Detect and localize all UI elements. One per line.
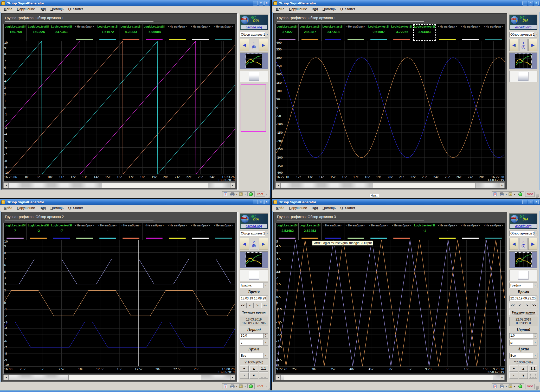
- printer-icon[interactable]: [230, 384, 235, 388]
- signal-cell[interactable]: LogicLev.testSi 7: [4, 223, 27, 240]
- step-far-forward-button[interactable]: >>: [531, 303, 538, 308]
- minimize-button[interactable]: –: [522, 1, 527, 5]
- menu-file[interactable]: Файл: [2, 6, 14, 11]
- chevron-down-icon[interactable]: ▼: [505, 386, 507, 387]
- prev-page-button[interactable]: ◄: [240, 39, 249, 51]
- spinner-down-icon[interactable]: ▼: [533, 336, 537, 338]
- chevron-down-icon[interactable]: ▼: [533, 340, 537, 345]
- signal-cell[interactable]: <Не выбран> -: [96, 223, 119, 240]
- chevron-down-icon[interactable]: ▼: [236, 386, 238, 387]
- chart-scrollbar[interactable]: ◄ ►: [275, 375, 505, 380]
- maximize-button[interactable]: □: [528, 200, 533, 204]
- scrollbar-track[interactable]: [9, 183, 230, 188]
- archive-group-select[interactable]: Обзор архивов 1 ▼: [509, 32, 537, 37]
- signal-cell[interactable]: LogicLev.testSi 1.61672: [96, 24, 119, 41]
- prev-page-button[interactable]: ◄: [509, 238, 518, 250]
- next-page-button[interactable]: ►: [259, 238, 268, 250]
- signal-cell[interactable]: <Не выбран> -: [119, 223, 143, 240]
- signal-cell[interactable]: LogicLev.testSi -1: [413, 223, 436, 240]
- signal-cell[interactable]: <Не выбран> -: [390, 223, 413, 240]
- step-far-back-button[interactable]: <<: [509, 303, 516, 308]
- menu-help[interactable]: Помощь: [320, 6, 338, 11]
- signal-cell[interactable]: <Не выбран> -: [189, 223, 212, 240]
- alarm-indicator-led[interactable]: [518, 384, 522, 388]
- chevron-down-icon[interactable]: ▼: [263, 340, 268, 345]
- prev-page-button[interactable]: ◄: [509, 39, 518, 51]
- menu-help[interactable]: Помощь: [320, 205, 338, 210]
- scrollbar-thumb[interactable]: [68, 375, 201, 380]
- chevron-down-icon[interactable]: ▼: [265, 32, 268, 37]
- trend-view-thumbnail[interactable]: [509, 53, 537, 69]
- user-badge[interactable]: root: [525, 192, 535, 197]
- archive-select[interactable]: Все ▼: [240, 353, 268, 358]
- view-mode-select[interactable]: График ▼: [509, 283, 537, 288]
- zoom-region-button[interactable]: [529, 373, 537, 379]
- alarm-indicator-led[interactable]: [249, 192, 253, 196]
- alarm-indicator-led[interactable]: [249, 384, 253, 388]
- close-button[interactable]: ×: [264, 1, 269, 5]
- scrollbar-thumb[interactable]: [284, 375, 493, 380]
- trend-chart[interactable]: 109876543210-1-2-3-4-5-6-7-8-9-108с9с10с…: [4, 41, 235, 181]
- signal-cell[interactable]: LogicLev.testSi -150.758: [4, 24, 27, 41]
- current-time-button[interactable]: Текущее время: [240, 310, 268, 315]
- next-page-button[interactable]: ►: [259, 39, 268, 51]
- document-icon[interactable]: [493, 384, 497, 388]
- menu-violation[interactable]: Нарушение: [15, 6, 37, 11]
- close-button[interactable]: ×: [534, 200, 539, 204]
- chevron-down-icon[interactable]: ▼: [533, 283, 537, 288]
- time-select[interactable]: 13.03.19 16:08:29 ▼: [240, 296, 268, 301]
- menu-help[interactable]: Помощь: [48, 205, 66, 210]
- menu-violation[interactable]: Нарушение: [287, 6, 309, 11]
- archive-group-select[interactable]: Обзор архивов 2 ▼: [240, 231, 268, 236]
- menu-violation[interactable]: Нарушение: [287, 205, 309, 210]
- document-icon[interactable]: [224, 384, 227, 388]
- shift-down-button[interactable]: ▼: [249, 373, 258, 379]
- step-forward-button[interactable]: >: [254, 303, 261, 308]
- trend-view-thumbnail[interactable]: [240, 53, 268, 69]
- chevron-down-icon[interactable]: ▼: [263, 283, 268, 288]
- close-button[interactable]: ×: [534, 1, 539, 5]
- scroll-right-button[interactable]: ►: [230, 375, 235, 380]
- signal-cell[interactable]: <Не выбран> -: [73, 24, 96, 41]
- chevron-down-icon[interactable]: ▼: [514, 193, 516, 195]
- document-view-thumbnail[interactable]: [509, 71, 537, 82]
- shift-up-button[interactable]: ▲: [519, 365, 528, 372]
- chart-area[interactable]: 400350300250200150100500-50-100-150-200-…: [275, 41, 505, 182]
- document-view-thumbnail[interactable]: [240, 71, 268, 82]
- zoom-out-button[interactable]: -: [509, 373, 518, 379]
- scroll-left-button[interactable]: ◄: [4, 375, 9, 380]
- minimize-button[interactable]: –: [522, 200, 527, 204]
- user-badge[interactable]: root: [525, 384, 535, 389]
- scroll-right-button[interactable]: ►: [500, 375, 505, 380]
- menu-view[interactable]: Вид: [310, 6, 320, 11]
- window-titlebar[interactable]: Обзор SignalGenerator – □ ×: [0, 199, 270, 205]
- chevron-down-icon[interactable]: ▼: [535, 231, 537, 236]
- signal-cell[interactable]: LogicLev.testSi 247.343: [50, 24, 73, 41]
- prev-page-button[interactable]: ◄: [240, 238, 249, 250]
- chart-scrollbar[interactable]: ◄ ►: [3, 182, 235, 188]
- current-time-button[interactable]: Текущее время: [509, 310, 537, 315]
- signal-cell[interactable]: LogicLev.testSi -37.827: [276, 24, 299, 41]
- resize-grip[interactable]: [536, 194, 539, 198]
- next-page-button[interactable]: ►: [528, 238, 537, 250]
- printer-icon[interactable]: [500, 384, 504, 388]
- period-unit-select[interactable]: м ▼: [509, 340, 537, 345]
- scroll-left-button[interactable]: ◄: [4, 183, 9, 188]
- spinner-up-icon[interactable]: ▲: [533, 334, 537, 336]
- shift-up-button[interactable]: ▲: [249, 365, 258, 372]
- export-panel-icon[interactable]: [509, 384, 512, 388]
- signal-cell[interactable]: LogicLev.testSi -159.226: [27, 24, 50, 41]
- signal-cell[interactable]: <Не выбран> -: [166, 223, 189, 240]
- chart-scrollbar[interactable]: ◄ ►: [3, 375, 235, 380]
- chevron-down-icon[interactable]: ▼: [505, 193, 507, 195]
- scrollbar-thumb[interactable]: [102, 183, 208, 188]
- step-back-button[interactable]: <: [517, 303, 523, 308]
- shift-down-button[interactable]: ▼: [519, 373, 528, 379]
- signal-cell[interactable]: <Не выбран> -: [189, 24, 212, 41]
- zoom-in-button[interactable]: +: [509, 365, 518, 372]
- menu-view[interactable]: Вид: [310, 205, 320, 210]
- chart-area[interactable]: 109876543210-1-2-3-4-5-6-7-8-9-102.5с5с7…: [3, 240, 235, 374]
- export-panel-icon[interactable]: [239, 384, 243, 388]
- chevron-down-icon[interactable]: ▼: [266, 296, 268, 301]
- trend-chart[interactable]: 54.543.532.521.510.50-0.5-1-1.5-2-2.5-3-…: [276, 240, 505, 374]
